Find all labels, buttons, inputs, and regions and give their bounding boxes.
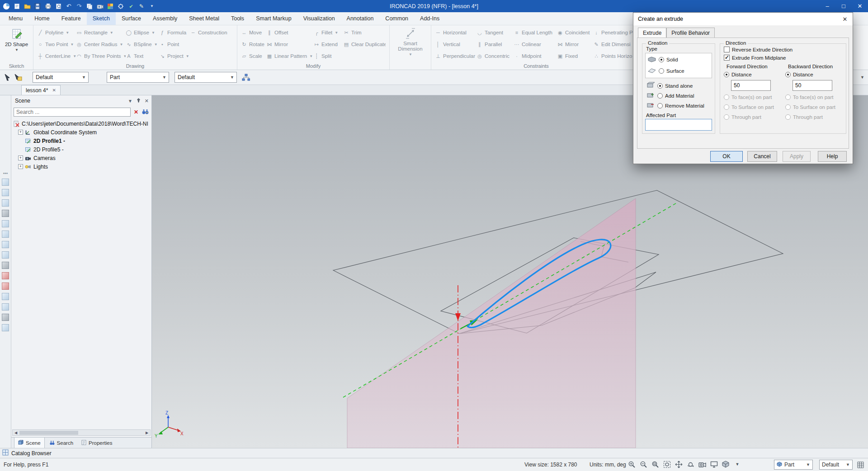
forward-to-face-radio-row[interactable]: To face(s) on part [724, 94, 772, 100]
tab-tools[interactable]: Tools [225, 12, 250, 25]
catalog-shape-icon[interactable] [2, 251, 9, 259]
tab-visualization[interactable]: Visualization [297, 12, 341, 25]
centerline-button[interactable]: ┼CenterLine▼ [37, 51, 76, 61]
backward-to-face-radio-row[interactable]: To face(s) on part [785, 94, 833, 100]
help-button[interactable]: Help [818, 151, 847, 162]
backward-to-face-radio[interactable] [785, 94, 791, 100]
dialog-tab-profile-behavior[interactable]: Profile Behavior [666, 28, 715, 38]
settings-gear-icon[interactable] [117, 3, 124, 10]
cancel-button[interactable]: Cancel [747, 151, 777, 162]
tab-common[interactable]: Common [379, 12, 414, 25]
annotate-pencil-icon[interactable]: ✎ [138, 3, 145, 10]
search-input[interactable] [14, 108, 131, 117]
catalog-shape-icon[interactable] [2, 262, 9, 269]
shape-select-cursor-icon[interactable] [14, 73, 23, 82]
midpoint-constraint-button[interactable]: ∙Midpoint [514, 51, 557, 61]
surface-radio[interactable] [659, 68, 664, 74]
apply-button[interactable]: Apply [783, 151, 811, 162]
clear-search-icon[interactable]: ✕ [132, 108, 140, 116]
mirror-constraint-button[interactable]: ⋈Mirror [557, 39, 593, 49]
forward-distance-radio-row[interactable]: Distance [724, 72, 752, 77]
solid-radio[interactable] [659, 57, 664, 62]
tangent-constraint-button[interactable]: ◡Tangent [476, 28, 514, 38]
catalog-shape-icon[interactable] [2, 324, 9, 331]
catalog-shape-icon[interactable] [2, 210, 9, 217]
tab-smart-markup[interactable]: Smart Markup [250, 12, 297, 25]
backward-distance-radio[interactable] [785, 72, 791, 77]
tab-sheet-metal[interactable]: Sheet Metal [183, 12, 225, 25]
tree-row-cameras[interactable]: + Cameras [11, 154, 151, 162]
penetrating-constraint-button[interactable]: ↓Penetrating P [593, 28, 637, 38]
qat-dropdown-icon[interactable]: ▼ [148, 3, 156, 10]
catalog-shape-icon[interactable] [2, 314, 9, 321]
backward-distance-radio-row[interactable]: Distance [785, 72, 813, 77]
catalog-shape-icon[interactable] [2, 231, 9, 238]
tab-surface[interactable]: Surface [116, 12, 147, 25]
panel-tab-scene[interactable]: Scene [14, 438, 45, 448]
dialog-close-icon[interactable]: ✕ [837, 13, 853, 25]
expand-plus-icon[interactable]: + [18, 155, 23, 160]
colinear-constraint-button[interactable]: ⋯Colinear [514, 39, 557, 49]
polyline-button[interactable]: ╱Polyline▼ [37, 28, 76, 38]
panel-tab-search[interactable]: Search [46, 438, 77, 448]
tree-horizontal-scrollbar[interactable]: ◀ ▶ [12, 429, 151, 436]
strip-handle-icon[interactable]: ••• [3, 172, 8, 175]
split-button[interactable]: ┆Split [313, 51, 343, 61]
formula-button[interactable]: ƒFormula [159, 28, 190, 38]
tab-annotation[interactable]: Annotation [341, 12, 380, 25]
catalog-shape-icon[interactable] [2, 293, 9, 300]
offset-button[interactable]: ∥Offset [266, 28, 313, 38]
forward-to-surface-radio-row[interactable]: To Surface on part [724, 104, 774, 110]
tree-row-profile5[interactable]: 2D Profile5 - [11, 145, 151, 154]
config-dropdown[interactable]: Default▼ [175, 72, 237, 83]
backward-to-surface-radio[interactable] [785, 104, 791, 110]
2d-shape-button[interactable]: 2D Shape ▼ [4, 28, 29, 52]
render-mode-cube-icon[interactable] [722, 460, 730, 468]
ok-button[interactable]: OK [710, 151, 743, 162]
tree-row-lights[interactable]: + Lights [11, 162, 151, 171]
orbit-icon[interactable] [686, 460, 694, 468]
close-icon[interactable]: ✕ [852, 0, 868, 12]
document-tab[interactable]: lesson 4* ✕ [21, 85, 61, 95]
surface-radio-row[interactable]: Surface [647, 67, 684, 75]
backward-through-radio-row[interactable]: Through part [785, 114, 823, 120]
midplane-checkbox[interactable] [724, 55, 730, 61]
open-folder-icon[interactable] [24, 3, 31, 10]
add-material-radio[interactable] [657, 93, 663, 99]
panel-menu-chevron-icon[interactable]: ▼ [128, 99, 132, 104]
expand-plus-icon[interactable]: + [18, 130, 23, 135]
edit-dimension-button[interactable]: ✎Edit Dimensi [593, 39, 637, 49]
fillet-button[interactable]: ╭Fillet▼ [313, 28, 343, 38]
minimize-icon[interactable]: – [819, 0, 835, 12]
tab-sketch[interactable]: Sketch [87, 12, 116, 25]
scrollbar-thumb[interactable] [19, 431, 78, 435]
by-three-points-button[interactable]: ◠By Three Points▼ [76, 51, 126, 61]
catalog-shape-icon[interactable] [2, 283, 9, 290]
check-tool-icon[interactable]: ✔ [127, 3, 135, 10]
solid-radio-row[interactable]: Solid [647, 56, 678, 63]
bspline-button[interactable]: ∿BSpline▼ [126, 39, 159, 49]
zoom-window-icon[interactable] [651, 460, 659, 468]
linear-pattern-button[interactable]: ▦Linear Pattern▼ [266, 51, 313, 61]
equal-length-constraint-button[interactable]: ≡Equal Length [514, 28, 557, 38]
dialog-tab-extrude[interactable]: Extrude [638, 28, 666, 38]
clear-duplicate-button[interactable]: ▤Clear Duplicate [343, 39, 386, 49]
undo-icon[interactable]: ↶ [65, 3, 72, 10]
tab-home[interactable]: Home [28, 12, 55, 25]
scale-button[interactable]: ▱Scale [241, 51, 266, 61]
select-cursor-icon[interactable] [3, 73, 12, 82]
point-button[interactable]: •Point [159, 39, 190, 49]
midplane-checkbox-row[interactable]: Extrude From Midplane [724, 55, 786, 61]
forward-to-surface-radio[interactable] [724, 104, 729, 110]
toolbar-overflow-icon[interactable]: ▼ [860, 75, 864, 80]
status-part-dropdown[interactable]: Part ▼ [774, 460, 813, 470]
grid-snap-icon[interactable] [856, 461, 864, 469]
scroll-right-icon[interactable]: ▶ [144, 431, 150, 435]
tab-close-icon[interactable]: ✕ [52, 88, 56, 93]
scroll-left-icon[interactable]: ◀ [13, 431, 19, 435]
stand-alone-radio[interactable] [657, 83, 663, 89]
text-button[interactable]: AText [126, 51, 159, 61]
fixed-constraint-button[interactable]: ▣Fixed [557, 51, 593, 61]
structure-tree-icon[interactable] [241, 73, 250, 82]
catalog-shape-icon[interactable] [2, 241, 9, 248]
